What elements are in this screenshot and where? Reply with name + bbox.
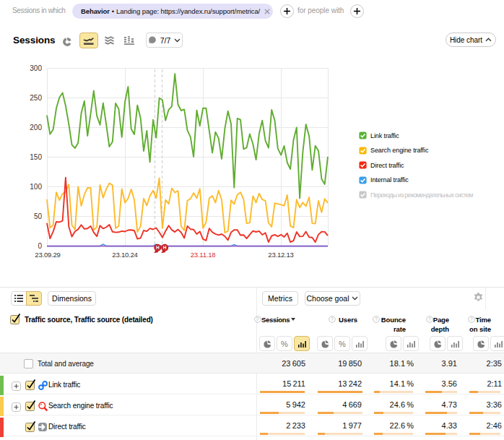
svg-text:0: 0 [38,242,42,250]
svg-text:H: H [163,245,167,250]
svg-text:150: 150 [30,153,42,161]
svg-text:23.12.13: 23.12.13 [268,251,293,259]
svg-text:200: 200 [30,124,42,131]
svg-text:H: H [156,245,160,250]
svg-text:?: ? [331,316,334,322]
svg-text:23.09.29: 23.09.29 [35,251,60,259]
svg-text:300: 300 [30,64,42,72]
svg-text:?: ? [256,316,259,322]
svg-text:250: 250 [30,94,42,102]
svg-text:50: 50 [34,212,43,220]
svg-text:100: 100 [30,183,42,191]
svg-text:?: ? [375,316,378,322]
svg-text:23.10.24: 23.10.24 [112,251,137,259]
svg-text:23.11.18: 23.11.18 [191,251,216,259]
